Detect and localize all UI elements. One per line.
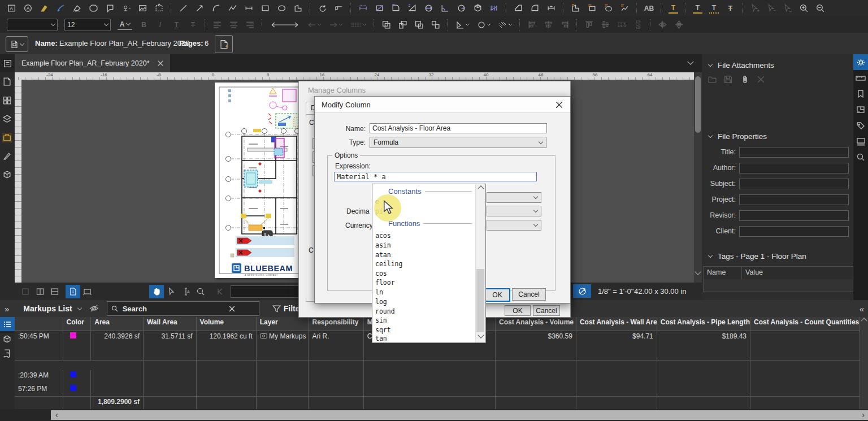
line-start-icon[interactable] — [307, 20, 322, 29]
markups-search[interactable] — [107, 301, 259, 316]
tags-col-value[interactable]: Value — [742, 267, 766, 279]
col-wall-area[interactable]: Wall Area — [144, 317, 197, 331]
table-row[interactable]: :20:39 AM — [15, 361, 860, 384]
collapse-panel-icon[interactable]: « — [860, 304, 863, 314]
insert-page-button[interactable] — [215, 35, 233, 53]
split-vertical-icon[interactable] — [33, 285, 47, 298]
properties-gear-button[interactable] — [853, 54, 868, 70]
text-select-icon[interactable]: A — [179, 285, 193, 298]
hatch-pattern-icon[interactable] — [498, 20, 513, 29]
flip-horizontal-icon[interactable] — [658, 20, 667, 29]
color-swatch[interactable] — [70, 385, 76, 391]
autocomplete-item[interactable]: cos — [375, 270, 387, 277]
autocomplete-item[interactable]: floor — [375, 279, 395, 287]
author-field[interactable] — [739, 163, 849, 173]
align-middle-icon[interactable] — [601, 20, 610, 29]
measure-perimeter-icon[interactable] — [391, 3, 401, 13]
text-underline-icon[interactable]: T — [693, 3, 702, 14]
col-responsibility[interactable]: Responsibility — [309, 317, 363, 331]
revisor-field[interactable] — [739, 210, 849, 221]
canvas-vscrollbar[interactable] — [694, 72, 702, 283]
note-icon[interactable]: A — [7, 3, 16, 13]
col-cost-count[interactable]: Cost Analysis - Count Quantities — [750, 317, 860, 331]
callout-text-icon[interactable]: A — [23, 3, 33, 13]
stamp-icon[interactable] — [121, 3, 131, 13]
tab-close-icon[interactable] — [158, 60, 163, 66]
scroll-down-icon[interactable] — [478, 332, 484, 338]
sketch-ellipse-icon[interactable] — [604, 3, 613, 13]
page-setup-icon[interactable] — [80, 285, 95, 298]
dimension-icon[interactable] — [244, 3, 254, 13]
zoom-tool-icon[interactable] — [193, 285, 208, 298]
page-number-field[interactable] — [231, 285, 305, 298]
select-subtract-icon[interactable] — [766, 3, 776, 13]
autocomplete-item[interactable]: asin — [375, 241, 391, 249]
column-name-input[interactable] — [370, 123, 547, 133]
column-type-select[interactable]: Formula — [370, 137, 546, 148]
measure-center-icon[interactable] — [546, 3, 556, 13]
underline-button[interactable]: T — [172, 20, 181, 29]
attachment-add-icon[interactable] — [740, 75, 750, 84]
pen-icon[interactable] — [56, 3, 66, 13]
font-color-button[interactable]: A — [118, 19, 132, 30]
strikethrough-button[interactable]: T — [188, 20, 198, 29]
sketch-polyline-icon[interactable] — [620, 3, 630, 13]
layer-visible-icon[interactable] — [260, 333, 267, 339]
col-layer[interactable]: Layer — [257, 317, 309, 331]
markup-green-region[interactable] — [276, 114, 298, 128]
caliper-icon[interactable] — [334, 3, 344, 13]
align-top-icon[interactable] — [584, 20, 594, 29]
zoom-in-icon[interactable] — [799, 3, 809, 13]
autocomplete-item[interactable]: ceiling — [375, 260, 402, 268]
single-pane-icon[interactable] — [18, 285, 33, 298]
color-swatch[interactable] — [70, 332, 76, 338]
zoom-out-icon[interactable] — [815, 3, 825, 13]
dialog-close-icon[interactable] — [556, 102, 562, 108]
sketch-polygon-icon[interactable] — [571, 3, 580, 13]
select-lasso-icon[interactable] — [783, 3, 792, 13]
measure-length-icon[interactable] — [358, 3, 368, 13]
subject-field[interactable] — [739, 179, 849, 189]
measure-diameter-icon[interactable] — [424, 3, 433, 13]
autocomplete-item[interactable]: e — [375, 198, 379, 206]
autocomplete-item[interactable]: log — [375, 298, 387, 306]
attachment-open-icon[interactable] — [708, 75, 717, 84]
cutout-ellipse-icon[interactable] — [530, 3, 540, 13]
document-select-button[interactable] — [6, 36, 28, 52]
line-style-icon[interactable] — [270, 20, 300, 29]
attachment-delete-icon[interactable] — [756, 75, 766, 84]
align-left-button[interactable] — [212, 20, 222, 29]
col-color[interactable]: Color — [63, 317, 92, 331]
list-view-button[interactable] — [0, 317, 15, 331]
scroll-down-icon[interactable] — [695, 268, 701, 275]
thumbnails-view-button[interactable] — [66, 285, 80, 298]
measure-scale-button[interactable] — [573, 284, 591, 298]
scroll-left-icon[interactable]: ‹ — [55, 410, 58, 419]
document-tab[interactable]: Example Floor Plan_AR_February 2020* — [15, 54, 170, 72]
layers-panel-icon[interactable] — [2, 114, 12, 124]
col-area[interactable]: Area — [91, 317, 144, 331]
markup-magenta-note[interactable] — [283, 89, 296, 102]
autocomplete-item[interactable]: acos — [375, 232, 391, 240]
tab-list-chevron-icon[interactable] — [687, 58, 693, 64]
spaces-plan-icon[interactable] — [853, 102, 868, 118]
align-edges-left-icon[interactable] — [527, 20, 537, 29]
title-field[interactable] — [739, 147, 849, 158]
eraser-icon[interactable] — [72, 3, 82, 13]
bring-front-icon[interactable] — [381, 20, 391, 29]
shape-style-icon[interactable] — [476, 20, 491, 29]
align-edges-right-icon[interactable] — [560, 20, 570, 29]
markups-hscrollbar[interactable]: ‹ › — [51, 410, 868, 420]
text-squiggly-icon[interactable]: T — [709, 3, 719, 14]
markup-tools-panel-icon[interactable] — [2, 151, 12, 161]
line-width-icon[interactable] — [350, 20, 367, 29]
measurements-ruler-icon[interactable] — [853, 70, 868, 86]
bold-button[interactable]: B — [139, 20, 149, 29]
thumbnails-panel-icon[interactable] — [2, 77, 12, 86]
image-icon[interactable] — [138, 3, 147, 13]
autocomplete-item[interactable]: sqrt — [375, 326, 391, 334]
fill-color-icon[interactable] — [455, 20, 470, 29]
file-attachments-section[interactable]: File Attachments — [709, 61, 774, 70]
ungroup-icon[interactable] — [431, 20, 440, 29]
markups-vscrollbar[interactable] — [860, 317, 868, 409]
